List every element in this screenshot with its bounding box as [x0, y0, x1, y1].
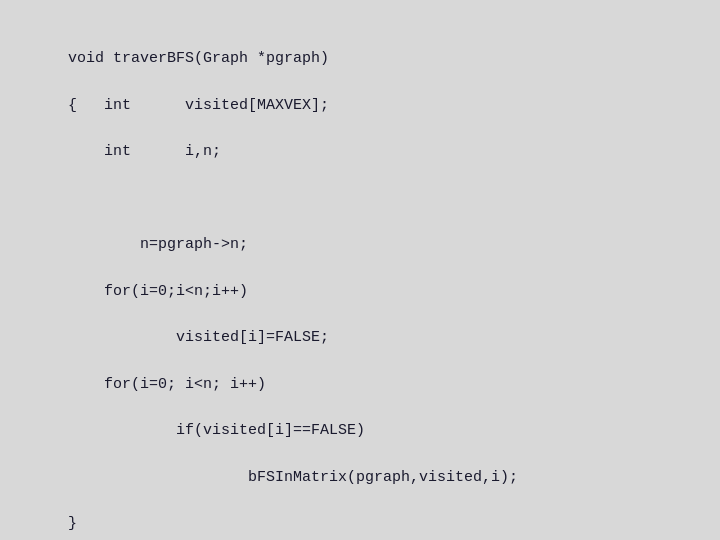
code-line-7: visited[i]=FALSE;	[68, 329, 329, 346]
code-line-10: bFSInMatrix(pgraph,visited,i);	[68, 469, 518, 486]
code-line-1: void traverBFS(Graph *pgraph)	[68, 50, 329, 67]
code-line-9: if(visited[i]==FALSE)	[68, 422, 365, 439]
code-line-6: for(i=0;i<n;i++)	[68, 283, 248, 300]
code-line-2: { int visited[MAXVEX];	[68, 97, 329, 114]
code-line-3: int i,n;	[68, 143, 221, 160]
code-line-8: for(i=0; i<n; i++)	[68, 376, 266, 393]
code-block: void traverBFS(Graph *pgraph) { int visi…	[32, 24, 688, 540]
code-line-11: }	[68, 515, 77, 532]
code-container: void traverBFS(Graph *pgraph) { int visi…	[0, 0, 720, 540]
code-line-5: n=pgraph->n;	[68, 236, 248, 253]
